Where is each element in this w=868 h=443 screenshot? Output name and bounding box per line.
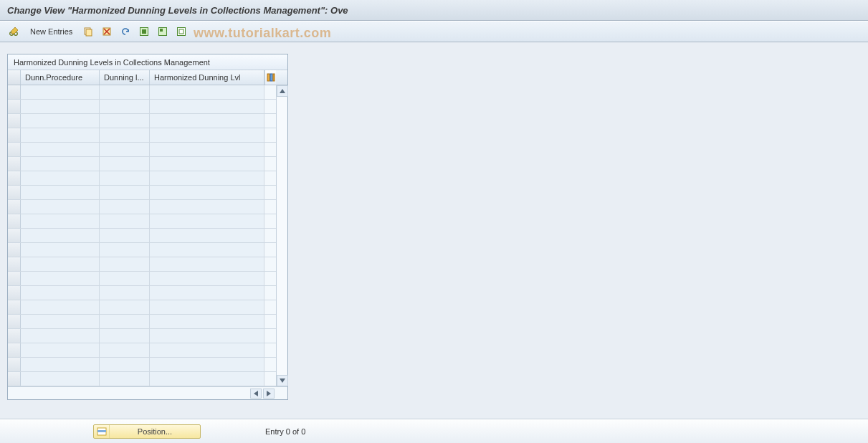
row-selector[interactable] <box>8 143 21 156</box>
cell-harmonized-level[interactable] <box>150 372 264 386</box>
scroll-right-button[interactable] <box>263 389 275 399</box>
cell-dunn-procedure[interactable] <box>21 143 100 156</box>
row-selector[interactable] <box>8 315 21 328</box>
cell-harmonized-level[interactable] <box>150 272 264 285</box>
deselect-all-button[interactable] <box>174 24 189 39</box>
cell-dunn-procedure[interactable] <box>21 214 100 228</box>
cell-harmonized-level[interactable] <box>150 315 264 328</box>
cell-dunning-level[interactable] <box>100 257 150 271</box>
cell-harmonized-level[interactable] <box>150 200 264 214</box>
cell-dunning-level[interactable] <box>100 143 150 156</box>
cell-dunning-level[interactable] <box>100 128 150 142</box>
row-selector[interactable] <box>8 286 21 300</box>
cell-dunning-level[interactable] <box>100 229 150 242</box>
cell-dunn-procedure[interactable] <box>21 329 100 343</box>
scroll-up-button[interactable] <box>277 85 288 97</box>
cell-harmonized-level[interactable] <box>150 128 264 142</box>
select-block-button[interactable] <box>156 24 170 39</box>
cell-harmonized-level[interactable] <box>150 186 264 199</box>
cell-dunning-level[interactable] <box>100 329 150 343</box>
display-change-toggle-button[interactable] <box>7 24 22 39</box>
cell-dunning-level[interactable] <box>100 372 150 386</box>
position-button[interactable]: Position... <box>93 424 201 439</box>
cell-dunning-level[interactable] <box>100 214 150 228</box>
cell-harmonized-level[interactable] <box>150 171 264 185</box>
row-selector[interactable] <box>8 186 21 199</box>
cell-harmonized-level[interactable] <box>150 100 264 113</box>
row-selector[interactable] <box>8 171 21 185</box>
cell-dunn-procedure[interactable] <box>21 286 100 300</box>
cell-harmonized-level[interactable] <box>150 143 264 156</box>
cell-dunn-procedure[interactable] <box>21 157 100 171</box>
column-header-dunning-level[interactable]: Dunning l... <box>100 70 150 85</box>
cell-harmonized-level[interactable] <box>150 286 264 300</box>
scroll-down-button[interactable] <box>277 375 288 386</box>
column-header-harmonized-level[interactable]: Harmonized Dunning Lvl <box>150 70 264 85</box>
new-entries-button[interactable]: New Entries <box>26 24 77 39</box>
cell-dunning-level[interactable] <box>100 243 150 257</box>
cell-harmonized-level[interactable] <box>150 157 264 171</box>
cell-dunning-level[interactable] <box>100 315 150 328</box>
cell-dunn-procedure[interactable] <box>21 186 100 199</box>
cell-harmonized-level[interactable] <box>150 358 264 371</box>
row-selector[interactable] <box>8 157 21 171</box>
cell-dunning-level[interactable] <box>100 200 150 214</box>
row-selector[interactable] <box>8 358 21 371</box>
copy-as-button[interactable] <box>81 24 95 39</box>
row-selector[interactable] <box>8 128 21 142</box>
cell-harmonized-level[interactable] <box>150 343 264 357</box>
cell-harmonized-level[interactable] <box>150 114 264 128</box>
cell-harmonized-level[interactable] <box>150 229 264 242</box>
cell-dunn-procedure[interactable] <box>21 200 100 214</box>
cell-dunning-level[interactable] <box>100 343 150 357</box>
cell-dunning-level[interactable] <box>100 186 150 199</box>
cell-dunn-procedure[interactable] <box>21 243 100 257</box>
cell-dunn-procedure[interactable] <box>21 171 100 185</box>
cell-dunn-procedure[interactable] <box>21 100 100 113</box>
cell-dunning-level[interactable] <box>100 100 150 113</box>
row-selector[interactable] <box>8 272 21 285</box>
cell-dunn-procedure[interactable] <box>21 358 100 371</box>
cell-harmonized-level[interactable] <box>150 257 264 271</box>
undo-button[interactable] <box>118 24 133 39</box>
row-selector[interactable] <box>8 300 21 314</box>
row-selector[interactable] <box>8 100 21 113</box>
cell-dunn-procedure[interactable] <box>21 372 100 386</box>
cell-harmonized-level[interactable] <box>150 214 264 228</box>
delete-button[interactable] <box>100 24 114 39</box>
row-selector[interactable] <box>8 257 21 271</box>
column-header-dunn-procedure[interactable]: Dunn.Procedure <box>21 70 100 85</box>
row-selector[interactable] <box>8 85 21 99</box>
cell-dunning-level[interactable] <box>100 300 150 314</box>
row-selector[interactable] <box>8 214 21 228</box>
row-selector[interactable] <box>8 372 21 386</box>
select-all-button[interactable] <box>137 24 151 39</box>
row-selector-header[interactable] <box>8 70 21 85</box>
cell-dunning-level[interactable] <box>100 85 150 99</box>
cell-dunning-level[interactable] <box>100 272 150 285</box>
cell-dunn-procedure[interactable] <box>21 114 100 128</box>
cell-harmonized-level[interactable] <box>150 85 264 99</box>
cell-dunning-level[interactable] <box>100 286 150 300</box>
cell-dunning-level[interactable] <box>100 157 150 171</box>
row-selector[interactable] <box>8 243 21 257</box>
cell-dunn-procedure[interactable] <box>21 272 100 285</box>
cell-dunn-procedure[interactable] <box>21 257 100 271</box>
row-selector[interactable] <box>8 114 21 128</box>
row-selector[interactable] <box>8 200 21 214</box>
row-selector[interactable] <box>8 229 21 242</box>
vertical-scrollbar[interactable] <box>276 85 287 386</box>
table-settings-button[interactable] <box>264 70 276 85</box>
cell-dunn-procedure[interactable] <box>21 128 100 142</box>
cell-dunn-procedure[interactable] <box>21 343 100 357</box>
cell-dunn-procedure[interactable] <box>21 315 100 328</box>
cell-dunning-level[interactable] <box>100 171 150 185</box>
cell-harmonized-level[interactable] <box>150 243 264 257</box>
cell-dunn-procedure[interactable] <box>21 229 100 242</box>
row-selector[interactable] <box>8 343 21 357</box>
cell-dunning-level[interactable] <box>100 358 150 371</box>
row-selector[interactable] <box>8 329 21 343</box>
cell-dunning-level[interactable] <box>100 114 150 128</box>
cell-dunn-procedure[interactable] <box>21 85 100 99</box>
cell-dunn-procedure[interactable] <box>21 300 100 314</box>
